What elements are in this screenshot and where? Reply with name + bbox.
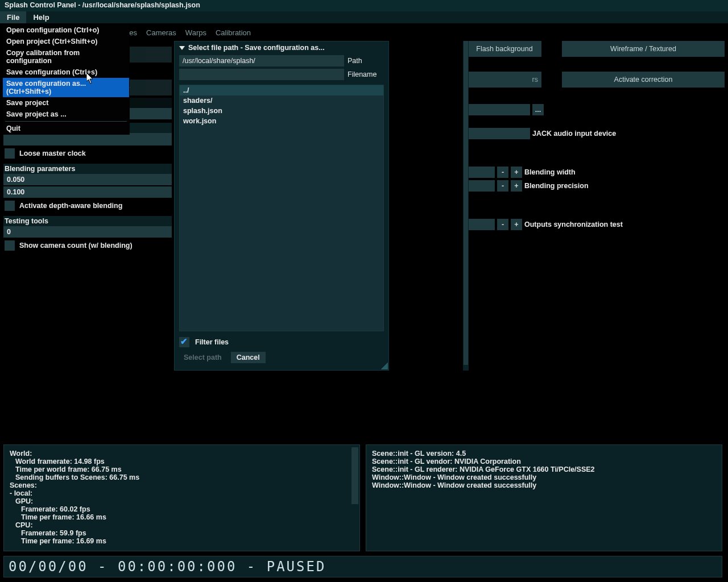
filter-files-label: Filter files [195, 338, 229, 346]
menu-file[interactable]: File [0, 11, 26, 23]
performance-log: World:World framerate: 14.98 fpsTime per… [3, 444, 360, 551]
log-line: CPU: [10, 521, 354, 529]
blending-params-label: Blending parameters [3, 164, 172, 174]
depth-aware-blending-label: Activate depth-aware blending [19, 202, 122, 210]
outputs-sync-label: Outputs synchronization test [524, 221, 723, 228]
filter-files-checkbox[interactable] [179, 337, 189, 347]
file-menu: Open configuration (Ctrl+o) Open project… [2, 24, 130, 135]
window-title: Splash Control Panel - /usr/local/share/… [0, 0, 728, 11]
loose-master-clock-label: Loose master clock [19, 149, 86, 157]
path-field-label: Path [348, 57, 384, 65]
file-list[interactable]: ../ shaders/ splash.json work.json [179, 85, 384, 331]
file-dialog: Select file path - Save configuration as… [174, 41, 389, 371]
blending-param-b-input[interactable] [3, 186, 172, 198]
loose-master-clock-checkbox[interactable] [5, 148, 15, 159]
file-list-item[interactable]: shaders/ [180, 95, 383, 106]
wireframe-textured-button[interactable]: Wireframe / Textured [562, 41, 725, 57]
menu-help[interactable]: Help [26, 11, 56, 23]
system-log: Scene::init - GL version: 4.5Scene::init… [366, 444, 722, 551]
file-menu-save-project[interactable]: Save project [3, 97, 129, 109]
blending-width-minus-button[interactable]: - [497, 167, 508, 178]
file-menu-open-project[interactable]: Open project (Ctrl+Shift+o) [3, 36, 129, 47]
row2-left-button[interactable]: rs [468, 72, 541, 88]
filename-input[interactable] [179, 69, 344, 80]
log-line: Scene::init - GL vendor: NVIDIA Corporat… [372, 458, 716, 465]
filename-field-label: Filename [348, 70, 384, 78]
file-menu-save-config-as[interactable]: Save configuration as... (Ctrl+Shift+s) [3, 78, 129, 97]
select-path-button[interactable]: Select path [179, 352, 226, 363]
log-line: World: [10, 450, 354, 458]
center-panel: Select file path - Save configuration as… [174, 47, 465, 399]
outputs-sync-minus-button[interactable]: - [497, 219, 508, 230]
log-line: Time per frame: 16.69 ms [10, 537, 354, 545]
collapse-triangle-icon[interactable] [179, 46, 185, 50]
show-camera-count-label: Show camera count (w/ blending) [19, 242, 133, 250]
testing-tools-label: Testing tools [3, 216, 172, 226]
resize-grip-icon[interactable] [381, 363, 388, 369]
blending-precision-input[interactable] [469, 180, 495, 192]
log-line: Framerate: 59.9 fps [10, 529, 354, 537]
blending-param-a-input[interactable] [3, 174, 172, 185]
jack-label: JACK audio input device [532, 130, 723, 138]
depth-aware-blending-checkbox[interactable] [5, 201, 15, 211]
file-menu-quit[interactable]: Quit [3, 123, 129, 134]
file-path-input[interactable] [469, 104, 530, 115]
file-menu-open-config[interactable]: Open configuration (Ctrl+o) [3, 24, 129, 36]
menubar: File Help [0, 11, 728, 24]
log-line: Window::Window - Window created successf… [372, 481, 716, 489]
file-list-item[interactable]: ../ [180, 85, 383, 95]
file-menu-separator [5, 121, 127, 122]
file-list-item[interactable]: work.json [180, 116, 383, 126]
jack-input[interactable] [469, 128, 530, 139]
tab-warps[interactable]: Warps [185, 28, 206, 37]
cancel-button[interactable]: Cancel [231, 352, 266, 363]
file-menu-copy-calibration[interactable]: Copy calibration from configuration [3, 47, 129, 66]
log-line: Time per world frame: 66.75 ms [10, 465, 354, 473]
log-line: Window::Window - Window created successf… [372, 473, 716, 481]
blending-precision-label: Blending precision [524, 182, 723, 190]
scrollbar[interactable] [351, 447, 358, 548]
log-line: - local: [10, 489, 354, 497]
file-browse-button[interactable]: ... [532, 104, 544, 115]
blending-width-label: Blending width [524, 168, 723, 176]
outputs-sync-input[interactable] [469, 219, 495, 230]
log-line: Time per frame: 16.66 ms [10, 513, 354, 521]
right-panel: Flash background Wireframe / Textured rs… [468, 47, 725, 399]
file-dialog-title: Select file path - Save configuration as… [188, 44, 325, 52]
tab-calibration[interactable]: Calibration [216, 28, 251, 37]
outputs-sync-plus-button[interactable]: + [511, 219, 522, 230]
file-list-item[interactable]: splash.json [180, 106, 383, 116]
blending-precision-minus-button[interactable]: - [497, 180, 508, 192]
log-line: Scene::init - GL version: 4.5 [372, 450, 716, 458]
testing-tools-input[interactable] [3, 226, 172, 238]
log-line: Scene::init - GL renderer: NVIDIA GeForc… [372, 465, 716, 473]
scrollbar[interactable] [463, 41, 469, 371]
flash-background-button[interactable]: Flash background [468, 41, 541, 57]
log-line: GPU: [10, 497, 354, 505]
master-clock-input[interactable] [3, 133, 172, 146]
activate-correction-button[interactable]: Activate correction [562, 72, 725, 88]
tab-cameras[interactable]: Cameras [146, 28, 176, 37]
log-line: Sending buffers to Scenes: 66.75 ms [10, 473, 354, 481]
status-bar: 00/00/00 - 00:00:00:000 - PAUSED [3, 556, 722, 577]
log-line: Framerate: 60.02 fps [10, 505, 354, 513]
path-input[interactable] [179, 55, 344, 66]
blending-precision-plus-button[interactable]: + [511, 180, 522, 192]
blending-width-input[interactable] [469, 167, 495, 178]
file-menu-save-config[interactable]: Save configuration (Ctrl+s) [3, 66, 129, 78]
log-line: Scenes: [10, 481, 354, 489]
blending-width-plus-button[interactable]: + [511, 167, 522, 178]
file-menu-save-project-as[interactable]: Save project as ... [3, 109, 129, 120]
show-camera-count-checkbox[interactable] [5, 240, 15, 251]
log-line: World framerate: 14.98 fps [10, 458, 354, 465]
